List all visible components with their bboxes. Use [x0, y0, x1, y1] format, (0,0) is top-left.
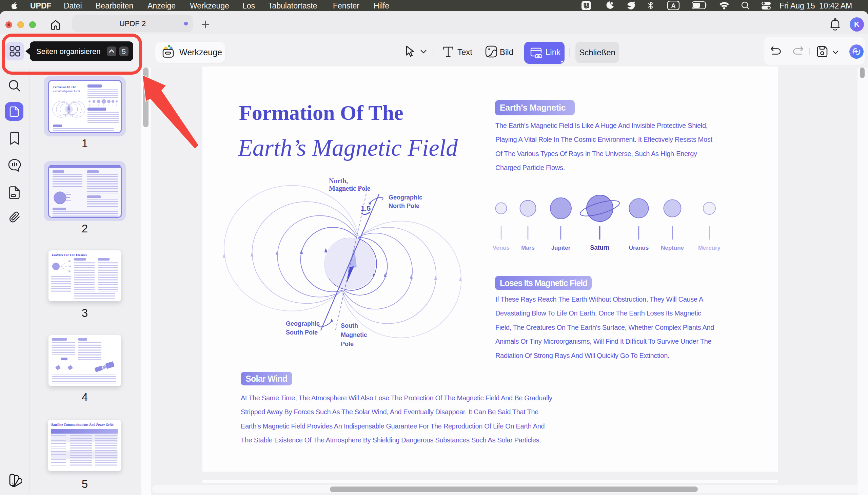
svg-text:Jupiter: Jupiter — [551, 245, 571, 251]
svg-text:Mercury: Mercury — [698, 245, 721, 251]
svg-text:Mars: Mars — [521, 245, 535, 251]
svg-text:Uranus: Uranus — [629, 245, 649, 251]
svg-text:Magnetic: Magnetic — [341, 331, 367, 338]
svg-text:A: A — [671, 2, 676, 9]
svg-text:1.5: 1.5 — [361, 204, 371, 212]
svg-text:Geographic: Geographic — [389, 194, 423, 201]
svg-text:North,: North, — [329, 177, 348, 185]
svg-text:North Pole: North Pole — [389, 203, 420, 209]
svg-text:Magnetic Pole: Magnetic Pole — [329, 185, 370, 192]
svg-text:South: South — [341, 322, 358, 329]
svg-text:Venus: Venus — [493, 245, 510, 251]
svg-text:Pole: Pole — [341, 341, 354, 347]
svg-text:Saturn: Saturn — [590, 244, 609, 251]
svg-text:South Pole: South Pole — [286, 329, 318, 336]
svg-text:Geographic: Geographic — [286, 320, 320, 327]
svg-text:Neptune: Neptune — [661, 245, 684, 251]
